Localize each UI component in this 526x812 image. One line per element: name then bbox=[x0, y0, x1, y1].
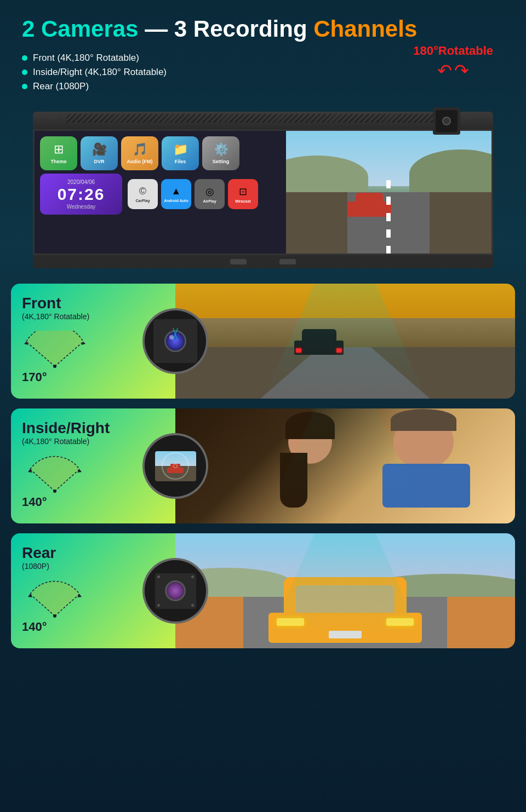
rear-cam-title: Rear bbox=[22, 544, 164, 562]
header-section: 2 Cameras — 3 Recording Channels bbox=[0, 0, 526, 47]
rear-cam-subtitle: (1080P) bbox=[22, 562, 164, 571]
device-bottom-bar bbox=[33, 255, 493, 268]
theme-icon: ⊞ bbox=[54, 142, 64, 157]
bullet-rear bbox=[22, 84, 27, 89]
arrow-right-icon: ↷ bbox=[454, 60, 469, 81]
bullet-front bbox=[22, 55, 27, 61]
device-section: ⊞ Theme 🎥 DVR 🎵 Audio (FM) 📁 Files bbox=[0, 106, 526, 274]
stand-post-right bbox=[279, 259, 296, 264]
rotatable-badge: 180°Rotatable ↷ ↷ bbox=[413, 44, 493, 81]
miracast-btn[interactable]: ⊡ Miracast bbox=[228, 179, 258, 209]
front-camera-section: Front (4K,180° Rotatable) 170° bbox=[11, 284, 515, 399]
app-audio[interactable]: 🎵 Audio (FM) bbox=[121, 136, 158, 170]
dvr-icon: 🎥 bbox=[92, 142, 107, 157]
screw-tl bbox=[157, 575, 160, 578]
inside-cam-preview bbox=[142, 433, 208, 499]
top-camera bbox=[433, 107, 460, 135]
app-files[interactable]: 📁 Files bbox=[162, 136, 199, 170]
app-setting[interactable]: ⚙️ Setting bbox=[202, 136, 239, 170]
miracast-label: Miracast bbox=[235, 199, 250, 203]
title-channels: Channels bbox=[313, 16, 417, 42]
front-cam-preview bbox=[142, 308, 208, 374]
inside-preview-bg bbox=[145, 435, 206, 497]
front-cam-subtitle: (4K,180° Rotatable) bbox=[22, 312, 164, 321]
clock-day: Wednesday bbox=[67, 204, 96, 210]
rear-camera-view bbox=[286, 131, 491, 254]
inside-cam-title: Inside/Right bbox=[22, 419, 164, 437]
title-cameras: 2 Cameras bbox=[22, 16, 138, 42]
title-recording: 3 Recording bbox=[174, 16, 307, 42]
files-icon: 📁 bbox=[173, 142, 188, 157]
front-cam-angle: 170° bbox=[22, 370, 164, 384]
front-cam-info: Front (4K,180° Rotatable) 170° bbox=[11, 284, 175, 399]
inside-scene-area bbox=[175, 408, 515, 523]
bullet-inside bbox=[22, 70, 27, 75]
arrow-left-icon: ↷ bbox=[437, 60, 452, 81]
android-icon: ▲ bbox=[171, 186, 181, 197]
rotatable-text: 180°Rotatable bbox=[413, 44, 493, 58]
app-theme[interactable]: ⊞ Theme bbox=[40, 136, 77, 170]
android-label: Android Auto bbox=[164, 199, 188, 203]
hair-right bbox=[391, 409, 456, 431]
theme-label: Theme bbox=[50, 159, 66, 164]
rear-camera-section: Rear (1080P) 140° bbox=[11, 533, 515, 648]
rear-fov-arc bbox=[22, 580, 88, 613]
inside-fov-arc bbox=[22, 456, 88, 488]
front-fov-arc bbox=[22, 331, 88, 364]
road bbox=[286, 192, 491, 254]
inside-cam-info: Inside/Right (4K,180° Rotatable) 140° bbox=[11, 408, 175, 523]
feature-rear-label: Rear (1080P) bbox=[33, 81, 89, 92]
rear-preview-bg bbox=[145, 560, 206, 621]
front-road-scene bbox=[175, 284, 515, 399]
setting-icon: ⚙️ bbox=[214, 142, 228, 157]
car-silhouette bbox=[347, 192, 391, 217]
main-title: 2 Cameras — 3 Recording Channels bbox=[22, 16, 504, 42]
audio-icon: 🎵 bbox=[133, 142, 147, 157]
fov-svg-inside bbox=[22, 456, 88, 494]
device-top-bar bbox=[33, 112, 493, 129]
inside-cam-subtitle: (4K,180° Rotatable) bbox=[22, 437, 164, 446]
clock-time: 07:26 bbox=[58, 185, 105, 204]
screw-bl bbox=[157, 604, 160, 607]
rotation-arrows: ↷ ↷ bbox=[413, 60, 493, 81]
rear-cam-preview bbox=[142, 558, 208, 624]
center-dot bbox=[173, 464, 178, 468]
rear-cam-angle: 140° bbox=[22, 620, 164, 634]
airplay-icon: ◎ bbox=[205, 186, 214, 198]
inside-scene bbox=[175, 408, 515, 523]
screw-br bbox=[191, 604, 194, 607]
front-cam-device bbox=[145, 310, 206, 372]
stand-post-left bbox=[230, 259, 247, 264]
app-row-1: ⊞ Theme 🎥 DVR 🎵 Audio (FM) 📁 Files bbox=[40, 136, 281, 170]
front-scene-area bbox=[175, 284, 515, 399]
dvr-label: DVR bbox=[94, 159, 104, 164]
files-label: Files bbox=[175, 159, 186, 164]
rear-cam-info: Rear (1080P) 140° bbox=[11, 533, 175, 648]
front-cam-title: Front bbox=[22, 295, 164, 312]
android-auto-btn[interactable]: ▲ Android Auto bbox=[161, 179, 191, 209]
svg-point-2 bbox=[53, 365, 56, 368]
device-wrapper: ⊞ Theme 🎥 DVR 🎵 Audio (FM) 📁 Files bbox=[33, 112, 493, 268]
carplay-btn[interactable]: © CarPlay bbox=[128, 179, 158, 209]
inside-cam-angle: 140° bbox=[22, 495, 164, 509]
app-row-2: 2020/04/06 07:26 Wednesday © CarPlay ▲ A… bbox=[40, 174, 281, 215]
audio-label: Audio (FM) bbox=[127, 159, 153, 164]
mini-screen bbox=[155, 451, 196, 481]
fov-svg-front bbox=[22, 331, 88, 369]
carplay-row: © CarPlay ▲ Android Auto ◎ AirPlay ⊡ bbox=[128, 174, 258, 215]
rear-road-scene bbox=[175, 533, 515, 648]
top-camera-body bbox=[436, 110, 458, 132]
svg-point-12 bbox=[53, 614, 56, 618]
screw-tr bbox=[191, 575, 194, 578]
app-dvr[interactable]: 🎥 DVR bbox=[81, 136, 118, 170]
clock-date: 2020/04/06 bbox=[67, 179, 95, 185]
cam-body-front bbox=[153, 319, 197, 363]
rear-scene-area bbox=[175, 533, 515, 648]
carplay-icon: © bbox=[139, 186, 146, 197]
title-dash: — bbox=[145, 16, 174, 42]
miracast-icon: ⊡ bbox=[239, 186, 247, 198]
rear-cam-body bbox=[155, 573, 196, 609]
airplay-btn[interactable]: ◎ AirPlay bbox=[195, 179, 225, 209]
feature-inside-label: Inside/Right (4K,180° Rotatable) bbox=[33, 67, 167, 78]
feature-rear: Rear (1080P) bbox=[22, 81, 504, 92]
